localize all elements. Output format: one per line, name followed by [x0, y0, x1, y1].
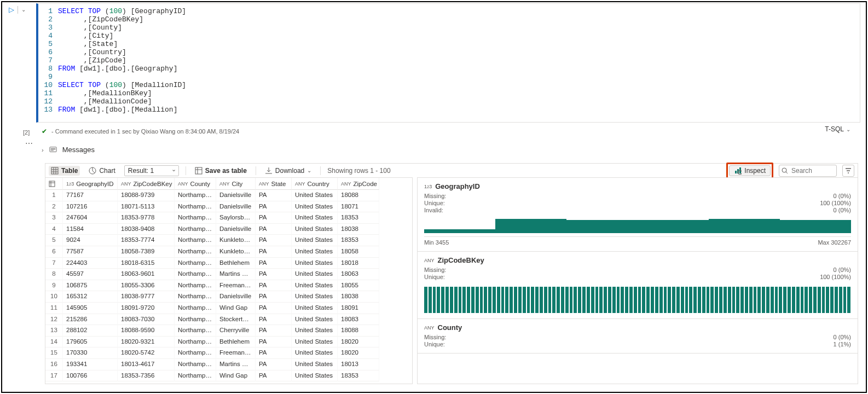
cell[interactable]: PA [256, 325, 292, 337]
cell[interactable]: 18018 [338, 258, 379, 269]
cell[interactable]: Bethlehem [216, 337, 256, 348]
cell[interactable]: United States [292, 370, 338, 382]
inspect-panel[interactable]: 123GeographyIDMissing:0 (0%)Unique:100 (… [417, 177, 858, 384]
cell[interactable]: United States [292, 314, 338, 326]
cell[interactable]: 18055 [338, 280, 379, 292]
cell[interactable]: PA [256, 224, 292, 235]
cell[interactable]: Northampton [175, 258, 216, 269]
code-line[interactable]: 3 ,[County] [38, 24, 860, 32]
cell[interactable]: Northampton [175, 291, 216, 303]
cell[interactable]: Wind Gap [216, 303, 256, 314]
cell[interactable]: United States [292, 224, 338, 235]
cell[interactable]: 215286 [63, 314, 118, 326]
column-header[interactable]: ANYZipCode [338, 178, 379, 190]
column-header[interactable]: 123GeographyID [63, 178, 118, 190]
cell[interactable]: 18353 [338, 370, 379, 382]
cell[interactable]: United States [292, 280, 338, 292]
cell[interactable]: 224403 [63, 258, 118, 269]
cell[interactable]: Northampton [175, 235, 216, 246]
cell[interactable]: United States [292, 235, 338, 246]
cell[interactable]: Freemansb… [216, 280, 256, 292]
cell[interactable]: 18083 [338, 314, 379, 326]
code-text[interactable]: ,[County] [58, 24, 122, 32]
cell[interactable]: PA [256, 246, 292, 258]
result-dropdown[interactable]: Result: 1 [124, 165, 179, 176]
cell[interactable]: 18038 [338, 224, 379, 235]
cell[interactable]: 107216 [63, 201, 118, 213]
code-text[interactable]: FROM [dw1].[dbo].[Medallion] [58, 106, 177, 114]
cell[interactable]: 9024 [63, 235, 118, 246]
tab-table[interactable]: Table [49, 166, 80, 176]
cell[interactable]: 100766 [63, 370, 118, 382]
code-text[interactable]: ,[MedallionBKey] [58, 89, 152, 97]
cell[interactable]: 18018-6315 [118, 258, 175, 269]
cell[interactable]: 11584 [63, 224, 118, 235]
code-text[interactable]: ,[ZipCodeBKey] [58, 15, 143, 24]
cell[interactable]: PA [256, 337, 292, 348]
cell[interactable]: 18020 [338, 347, 379, 359]
cell[interactable]: PA [256, 359, 292, 370]
cell[interactable]: Cherryville [216, 325, 256, 337]
cell[interactable]: United States [292, 325, 338, 337]
code-line[interactable]: 4 ,[City] [38, 32, 860, 40]
cell[interactable]: PA [256, 258, 292, 269]
cell[interactable]: Kunkletown [216, 246, 256, 258]
cell[interactable]: 18058-7389 [118, 246, 175, 258]
cell[interactable]: 165312 [63, 291, 118, 303]
column-header[interactable]: ANYCountry [292, 178, 338, 190]
cell[interactable]: United States [292, 359, 338, 370]
cell[interactable]: 18353-9778 [118, 212, 175, 224]
run-icon[interactable]: ▷ [9, 5, 14, 14]
cell[interactable]: Danielsville [216, 224, 256, 235]
cell[interactable]: PA [256, 235, 292, 246]
search-field[interactable] [790, 166, 823, 175]
save-as-table-button[interactable]: Save as table [193, 166, 249, 176]
cell[interactable]: United States [292, 337, 338, 348]
cell[interactable]: 18058 [338, 246, 379, 258]
code-text[interactable]: ,[Country] [58, 48, 126, 56]
cell[interactable]: 193341 [63, 359, 118, 370]
cell[interactable]: Martins Cr… [216, 269, 256, 280]
cell[interactable]: PA [256, 190, 292, 201]
cell[interactable]: Saylorsburg [216, 212, 256, 224]
cell[interactable]: Northampton [175, 303, 216, 314]
cell[interactable]: PA [256, 314, 292, 326]
cell[interactable]: PA [256, 280, 292, 292]
cell[interactable]: United States [292, 212, 338, 224]
cell[interactable]: 77587 [63, 246, 118, 258]
cell[interactable]: 18353-7356 [118, 370, 175, 382]
cell[interactable]: PA [256, 303, 292, 314]
code-text[interactable]: SELECT TOP (100) [GeographyID] [58, 7, 186, 15]
cell[interactable]: Danielsville [216, 291, 256, 303]
cell[interactable]: 18020-5742 [118, 347, 175, 359]
cell[interactable]: Northampton [175, 359, 216, 370]
code-text[interactable]: ,[State] [58, 40, 118, 48]
cell[interactable]: 18063-9601 [118, 269, 175, 280]
cell[interactable]: 18071-5113 [118, 201, 175, 213]
cell[interactable]: 18063 [338, 269, 379, 280]
download-button[interactable]: Download⌄ [263, 166, 314, 176]
cell[interactable]: United States [292, 258, 338, 269]
code-editor[interactable]: 1SELECT TOP (100) [GeographyID]2 ,[ZipCo… [36, 3, 860, 123]
cell[interactable]: 145905 [63, 303, 118, 314]
code-text[interactable]: SELECT TOP (100) [MedallionID] [58, 81, 186, 89]
cell[interactable]: PA [256, 291, 292, 303]
cell[interactable]: 247604 [63, 212, 118, 224]
cell[interactable]: Northampton [175, 224, 216, 235]
code-text[interactable]: ,[ZipCode] [58, 56, 126, 65]
cell[interactable]: 170330 [63, 347, 118, 359]
cell[interactable]: Northampton [175, 269, 216, 280]
cell[interactable]: PA [256, 347, 292, 359]
cell[interactable]: 45597 [63, 269, 118, 280]
cell[interactable]: Northampton [175, 212, 216, 224]
cell[interactable]: Northampton [175, 190, 216, 201]
cell[interactable]: 288102 [63, 325, 118, 337]
code-line[interactable]: 10SELECT TOP (100) [MedallionID] [38, 81, 860, 89]
cell[interactable]: PA [256, 201, 292, 213]
code-line[interactable]: 6 ,[Country] [38, 48, 860, 56]
messages-header[interactable]: › Messages [42, 146, 95, 154]
code-line[interactable]: 1SELECT TOP (100) [GeographyID] [38, 7, 860, 15]
tab-chart[interactable]: Chart [86, 166, 117, 176]
cell[interactable]: 179605 [63, 337, 118, 348]
code-line[interactable]: 11 ,[MedallionBKey] [38, 89, 860, 97]
